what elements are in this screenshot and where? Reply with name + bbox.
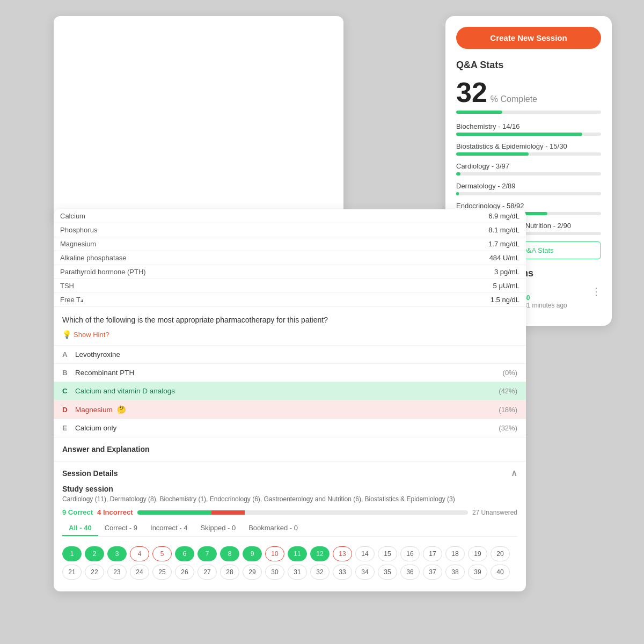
question-bubble-1[interactable]: 1 xyxy=(62,546,82,561)
session-tab[interactable]: Correct - 9 xyxy=(98,521,144,536)
subject-label: Biostatistics & Epidemiology - 15/30 xyxy=(456,142,601,150)
question-bubble-21[interactable]: 21 xyxy=(62,565,82,580)
question-bubble-17[interactable]: 17 xyxy=(423,546,442,561)
session-menu-dots[interactable]: ⋮ xyxy=(591,286,601,297)
question-text: Which of the following is the most appro… xyxy=(54,307,526,328)
question-bubble-9[interactable]: 9 xyxy=(243,546,262,561)
question-bubble-14[interactable]: 14 xyxy=(355,546,375,561)
lab-row-value: 3 pg/mL xyxy=(380,265,526,279)
lab-row-value: 1.7 mg/dL xyxy=(380,237,526,251)
option-pct: (32%) xyxy=(499,424,517,432)
overall-progress-bar xyxy=(456,111,601,114)
hint-link[interactable]: 💡 Show Hint? xyxy=(54,328,526,345)
question-bubble-29[interactable]: 29 xyxy=(243,565,262,580)
lab-row: Phosphorus8.1 mg/dL xyxy=(54,223,526,237)
session-tab[interactable]: Incorrect - 4 xyxy=(144,521,194,536)
question-bubble-35[interactable]: 35 xyxy=(378,565,397,580)
lab-row: Free T₄1.5 ng/dL xyxy=(54,293,526,307)
overall-progress-fill xyxy=(456,111,502,114)
session-details-header[interactable]: Session Details ∧ xyxy=(54,462,526,485)
question-bubble-28[interactable]: 28 xyxy=(220,565,239,580)
question-bubble-20[interactable]: 20 xyxy=(491,546,510,561)
question-bubble-31[interactable]: 31 xyxy=(288,565,307,580)
lab-row: Calcium6.9 mg/dL xyxy=(54,209,526,223)
score-row: 9 Correct 4 Incorrect 27 Unanswered xyxy=(62,508,517,516)
question-bubble-36[interactable]: 36 xyxy=(400,565,420,580)
lab-row-value: 484 U/mL xyxy=(380,251,526,265)
session-tab[interactable]: All - 40 xyxy=(62,521,98,536)
question-bubble-26[interactable]: 26 xyxy=(175,565,194,580)
complete-row: 32 % Complete xyxy=(456,78,601,106)
lab-row-value: 5 μU/mL xyxy=(380,279,526,293)
main-panel: Calcium6.9 mg/dLPhosphorus8.1 mg/dLMagne… xyxy=(54,209,526,591)
option-letter: D xyxy=(62,406,70,414)
lab-row-value: 8.1 mg/dL xyxy=(380,223,526,237)
question-bubble-16[interactable]: 16 xyxy=(400,546,420,561)
lab-row-value: 6.9 mg/dL xyxy=(380,209,526,223)
question-bubble-37[interactable]: 37 xyxy=(423,565,442,580)
question-bubble-32[interactable]: 32 xyxy=(310,565,330,580)
answer-options: ALevothyroxineBRecombinant PTH(0%)CCalci… xyxy=(54,345,526,437)
question-bubble-34[interactable]: 34 xyxy=(355,565,375,580)
answer-option-e[interactable]: ECalcium only(32%) xyxy=(54,419,526,437)
question-bubble-3[interactable]: 3 xyxy=(107,546,127,561)
subject-label: Cardiology - 3/97 xyxy=(456,162,601,170)
question-bubble-22[interactable]: 22 xyxy=(85,565,104,580)
lab-row: Alkaline phosphatase484 U/mL xyxy=(54,251,526,265)
lab-table: Calcium6.9 mg/dLPhosphorus8.1 mg/dLMagne… xyxy=(54,209,526,307)
question-bubble-11[interactable]: 11 xyxy=(288,546,307,561)
session-details-section: Session Details ∧ Study session Cardiolo… xyxy=(54,461,526,591)
option-pct: (18%) xyxy=(499,406,517,414)
question-bubble-23[interactable]: 23 xyxy=(107,565,127,580)
question-bubble-40[interactable]: 40 xyxy=(491,565,510,580)
question-bubble-30[interactable]: 30 xyxy=(265,565,284,580)
subject-label: Endocrinology - 58/92 xyxy=(456,202,601,210)
question-bubble-24[interactable]: 24 xyxy=(130,565,149,580)
lab-row-value: 1.5 ng/dL xyxy=(380,293,526,307)
session-tab[interactable]: Skipped - 0 xyxy=(194,521,242,536)
subject-item: Cardiology - 3/97 xyxy=(456,162,601,175)
score-bar xyxy=(137,510,468,515)
question-bubble-10[interactable]: 10 xyxy=(265,546,284,561)
question-bubble-5[interactable]: 5 xyxy=(152,546,172,561)
question-bubble-27[interactable]: 27 xyxy=(197,565,217,580)
question-bubble-4[interactable]: 4 xyxy=(130,546,149,561)
option-letter: A xyxy=(62,350,70,358)
session-details-body: Study session Cardiology (11), Dermatolo… xyxy=(54,485,526,591)
question-grid: 1234567891011121314151617181920212223242… xyxy=(62,541,517,585)
answer-option-c[interactable]: CCalcium and vitamin D analogs(42%) xyxy=(54,382,526,400)
blank-card xyxy=(54,16,343,220)
answer-option-a[interactable]: ALevothyroxine xyxy=(54,345,526,363)
question-bubble-19[interactable]: 19 xyxy=(468,546,487,561)
question-bubble-39[interactable]: 39 xyxy=(468,565,487,580)
question-bubble-13[interactable]: 13 xyxy=(333,546,352,561)
question-bubble-33[interactable]: 33 xyxy=(333,565,352,580)
lightbulb-icon: 💡 xyxy=(62,330,71,339)
lab-row-name: TSH xyxy=(54,279,380,293)
question-bubble-7[interactable]: 7 xyxy=(197,546,217,561)
option-letter: B xyxy=(62,369,70,377)
chevron-up-icon: ∧ xyxy=(511,468,517,478)
question-tabs: All - 40Correct - 9Incorrect - 4Skipped … xyxy=(62,521,517,537)
question-bubble-18[interactable]: 18 xyxy=(445,546,465,561)
session-tab[interactable]: Bookmarked - 0 xyxy=(242,521,304,536)
answer-option-b[interactable]: BRecombinant PTH(0%) xyxy=(54,363,526,382)
question-bubble-8[interactable]: 8 xyxy=(220,546,239,561)
question-bubble-25[interactable]: 25 xyxy=(152,565,172,580)
lab-row-name: Parathyroid hormone (PTH) xyxy=(54,265,380,279)
subject-bar-bg xyxy=(456,192,601,195)
question-bubble-12[interactable]: 12 xyxy=(310,546,330,561)
session-subjects: Cardiology (11), Dermatology (8), Bioche… xyxy=(62,495,517,503)
create-session-button[interactable]: Create New Session xyxy=(456,27,601,49)
question-bubble-38[interactable]: 38 xyxy=(445,565,465,580)
unanswered-label: 27 Unanswered xyxy=(472,509,517,516)
option-pct: (42%) xyxy=(499,387,517,395)
answer-option-d[interactable]: DMagnesium🤔(18%) xyxy=(54,400,526,419)
qa-stats-title: Q&A Stats xyxy=(456,60,601,71)
question-bubble-2[interactable]: 2 xyxy=(85,546,104,561)
answer-explanation-section: Answer and Explanation xyxy=(54,437,526,461)
question-bubble-15[interactable]: 15 xyxy=(378,546,397,561)
option-text: Levothyroxine xyxy=(75,350,120,358)
question-bubble-6[interactable]: 6 xyxy=(175,546,194,561)
option-text: Magnesium🤔 xyxy=(75,405,126,414)
